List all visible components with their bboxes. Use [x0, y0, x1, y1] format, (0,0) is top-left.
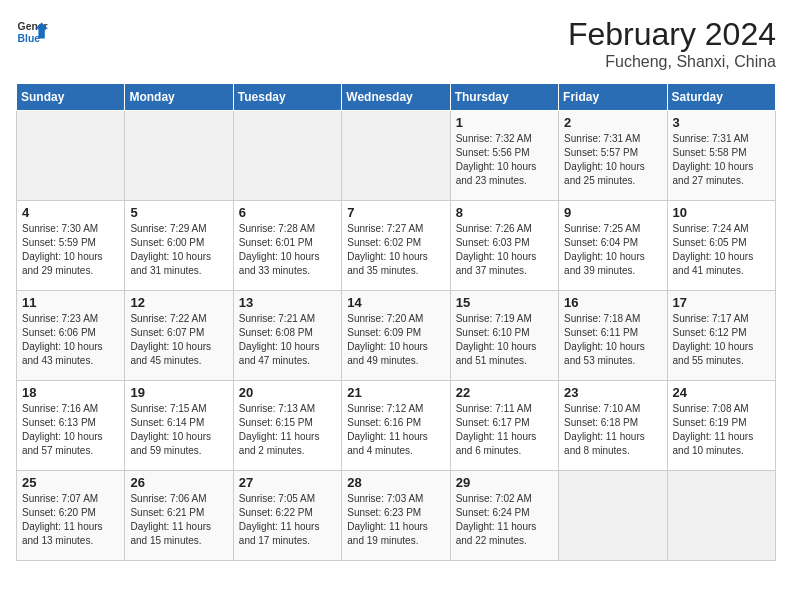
day-number: 13: [239, 295, 336, 310]
day-number: 5: [130, 205, 227, 220]
day-info: Sunrise: 7:16 AM Sunset: 6:13 PM Dayligh…: [22, 402, 119, 458]
day-number: 11: [22, 295, 119, 310]
column-header-wednesday: Wednesday: [342, 84, 450, 111]
day-number: 17: [673, 295, 770, 310]
calendar-week-5: 25Sunrise: 7:07 AM Sunset: 6:20 PM Dayli…: [17, 471, 776, 561]
day-number: 22: [456, 385, 553, 400]
day-info: Sunrise: 7:28 AM Sunset: 6:01 PM Dayligh…: [239, 222, 336, 278]
calendar-cell: 26Sunrise: 7:06 AM Sunset: 6:21 PM Dayli…: [125, 471, 233, 561]
calendar-week-3: 11Sunrise: 7:23 AM Sunset: 6:06 PM Dayli…: [17, 291, 776, 381]
day-info: Sunrise: 7:30 AM Sunset: 5:59 PM Dayligh…: [22, 222, 119, 278]
day-info: Sunrise: 7:19 AM Sunset: 6:10 PM Dayligh…: [456, 312, 553, 368]
calendar-cell: 8Sunrise: 7:26 AM Sunset: 6:03 PM Daylig…: [450, 201, 558, 291]
calendar-table: SundayMondayTuesdayWednesdayThursdayFrid…: [16, 83, 776, 561]
main-title: February 2024: [568, 16, 776, 53]
day-info: Sunrise: 7:29 AM Sunset: 6:00 PM Dayligh…: [130, 222, 227, 278]
calendar-cell: 14Sunrise: 7:20 AM Sunset: 6:09 PM Dayli…: [342, 291, 450, 381]
calendar-cell: 7Sunrise: 7:27 AM Sunset: 6:02 PM Daylig…: [342, 201, 450, 291]
calendar-cell: 16Sunrise: 7:18 AM Sunset: 6:11 PM Dayli…: [559, 291, 667, 381]
day-info: Sunrise: 7:31 AM Sunset: 5:57 PM Dayligh…: [564, 132, 661, 188]
day-info: Sunrise: 7:17 AM Sunset: 6:12 PM Dayligh…: [673, 312, 770, 368]
calendar-week-4: 18Sunrise: 7:16 AM Sunset: 6:13 PM Dayli…: [17, 381, 776, 471]
calendar-cell: 25Sunrise: 7:07 AM Sunset: 6:20 PM Dayli…: [17, 471, 125, 561]
day-number: 4: [22, 205, 119, 220]
calendar-cell: 1Sunrise: 7:32 AM Sunset: 5:56 PM Daylig…: [450, 111, 558, 201]
calendar-cell: [17, 111, 125, 201]
day-number: 6: [239, 205, 336, 220]
column-header-sunday: Sunday: [17, 84, 125, 111]
day-info: Sunrise: 7:10 AM Sunset: 6:18 PM Dayligh…: [564, 402, 661, 458]
calendar-cell: 21Sunrise: 7:12 AM Sunset: 6:16 PM Dayli…: [342, 381, 450, 471]
calendar-cell: 12Sunrise: 7:22 AM Sunset: 6:07 PM Dayli…: [125, 291, 233, 381]
day-info: Sunrise: 7:31 AM Sunset: 5:58 PM Dayligh…: [673, 132, 770, 188]
calendar-cell: 10Sunrise: 7:24 AM Sunset: 6:05 PM Dayli…: [667, 201, 775, 291]
day-info: Sunrise: 7:07 AM Sunset: 6:20 PM Dayligh…: [22, 492, 119, 548]
column-header-tuesday: Tuesday: [233, 84, 341, 111]
calendar-cell: 27Sunrise: 7:05 AM Sunset: 6:22 PM Dayli…: [233, 471, 341, 561]
calendar-cell: [233, 111, 341, 201]
day-number: 16: [564, 295, 661, 310]
calendar-cell: 23Sunrise: 7:10 AM Sunset: 6:18 PM Dayli…: [559, 381, 667, 471]
day-number: 25: [22, 475, 119, 490]
subtitle: Fucheng, Shanxi, China: [568, 53, 776, 71]
calendar-cell: [667, 471, 775, 561]
calendar-cell: [125, 111, 233, 201]
column-header-thursday: Thursday: [450, 84, 558, 111]
calendar-header-row: SundayMondayTuesdayWednesdayThursdayFrid…: [17, 84, 776, 111]
day-number: 21: [347, 385, 444, 400]
day-number: 7: [347, 205, 444, 220]
column-header-monday: Monday: [125, 84, 233, 111]
day-info: Sunrise: 7:21 AM Sunset: 6:08 PM Dayligh…: [239, 312, 336, 368]
day-number: 9: [564, 205, 661, 220]
day-info: Sunrise: 7:13 AM Sunset: 6:15 PM Dayligh…: [239, 402, 336, 458]
calendar-cell: [559, 471, 667, 561]
calendar-cell: 3Sunrise: 7:31 AM Sunset: 5:58 PM Daylig…: [667, 111, 775, 201]
calendar-cell: 29Sunrise: 7:02 AM Sunset: 6:24 PM Dayli…: [450, 471, 558, 561]
day-number: 29: [456, 475, 553, 490]
day-info: Sunrise: 7:20 AM Sunset: 6:09 PM Dayligh…: [347, 312, 444, 368]
calendar-cell: 11Sunrise: 7:23 AM Sunset: 6:06 PM Dayli…: [17, 291, 125, 381]
day-number: 26: [130, 475, 227, 490]
day-info: Sunrise: 7:24 AM Sunset: 6:05 PM Dayligh…: [673, 222, 770, 278]
calendar-cell: 28Sunrise: 7:03 AM Sunset: 6:23 PM Dayli…: [342, 471, 450, 561]
logo: General Blue: [16, 16, 48, 48]
day-info: Sunrise: 7:05 AM Sunset: 6:22 PM Dayligh…: [239, 492, 336, 548]
calendar-cell: 15Sunrise: 7:19 AM Sunset: 6:10 PM Dayli…: [450, 291, 558, 381]
day-info: Sunrise: 7:06 AM Sunset: 6:21 PM Dayligh…: [130, 492, 227, 548]
calendar-cell: 24Sunrise: 7:08 AM Sunset: 6:19 PM Dayli…: [667, 381, 775, 471]
day-number: 23: [564, 385, 661, 400]
calendar-cell: 4Sunrise: 7:30 AM Sunset: 5:59 PM Daylig…: [17, 201, 125, 291]
calendar-week-1: 1Sunrise: 7:32 AM Sunset: 5:56 PM Daylig…: [17, 111, 776, 201]
column-header-saturday: Saturday: [667, 84, 775, 111]
day-number: 2: [564, 115, 661, 130]
day-info: Sunrise: 7:08 AM Sunset: 6:19 PM Dayligh…: [673, 402, 770, 458]
day-info: Sunrise: 7:22 AM Sunset: 6:07 PM Dayligh…: [130, 312, 227, 368]
day-number: 1: [456, 115, 553, 130]
day-number: 8: [456, 205, 553, 220]
day-number: 18: [22, 385, 119, 400]
day-info: Sunrise: 7:15 AM Sunset: 6:14 PM Dayligh…: [130, 402, 227, 458]
day-number: 10: [673, 205, 770, 220]
day-info: Sunrise: 7:32 AM Sunset: 5:56 PM Dayligh…: [456, 132, 553, 188]
day-info: Sunrise: 7:11 AM Sunset: 6:17 PM Dayligh…: [456, 402, 553, 458]
calendar-cell: 9Sunrise: 7:25 AM Sunset: 6:04 PM Daylig…: [559, 201, 667, 291]
day-info: Sunrise: 7:18 AM Sunset: 6:11 PM Dayligh…: [564, 312, 661, 368]
calendar-cell: 5Sunrise: 7:29 AM Sunset: 6:00 PM Daylig…: [125, 201, 233, 291]
title-area: February 2024 Fucheng, Shanxi, China: [568, 16, 776, 71]
calendar-week-2: 4Sunrise: 7:30 AM Sunset: 5:59 PM Daylig…: [17, 201, 776, 291]
calendar-cell: 20Sunrise: 7:13 AM Sunset: 6:15 PM Dayli…: [233, 381, 341, 471]
day-number: 24: [673, 385, 770, 400]
day-number: 12: [130, 295, 227, 310]
day-info: Sunrise: 7:02 AM Sunset: 6:24 PM Dayligh…: [456, 492, 553, 548]
day-info: Sunrise: 7:26 AM Sunset: 6:03 PM Dayligh…: [456, 222, 553, 278]
logo-icon: General Blue: [16, 16, 48, 48]
day-info: Sunrise: 7:27 AM Sunset: 6:02 PM Dayligh…: [347, 222, 444, 278]
calendar-cell: 13Sunrise: 7:21 AM Sunset: 6:08 PM Dayli…: [233, 291, 341, 381]
day-number: 27: [239, 475, 336, 490]
calendar-cell: [342, 111, 450, 201]
calendar-cell: 17Sunrise: 7:17 AM Sunset: 6:12 PM Dayli…: [667, 291, 775, 381]
calendar-cell: 18Sunrise: 7:16 AM Sunset: 6:13 PM Dayli…: [17, 381, 125, 471]
day-number: 3: [673, 115, 770, 130]
column-header-friday: Friday: [559, 84, 667, 111]
day-info: Sunrise: 7:12 AM Sunset: 6:16 PM Dayligh…: [347, 402, 444, 458]
